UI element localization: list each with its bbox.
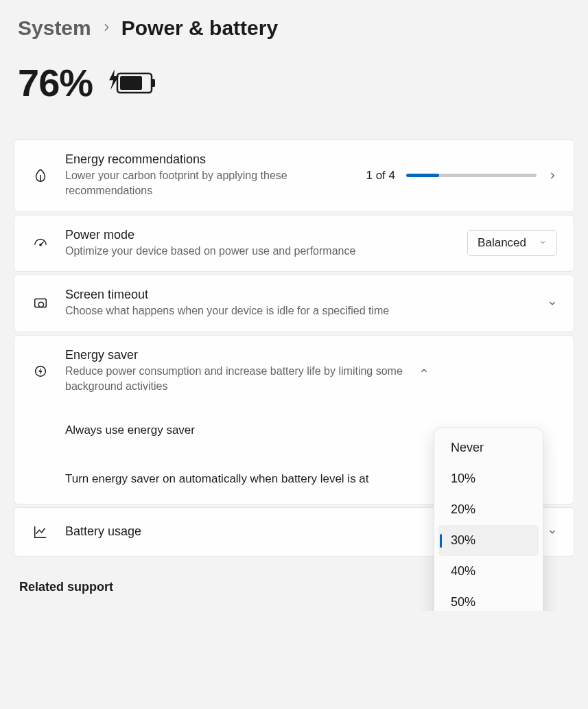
chevron-down-icon bbox=[539, 236, 547, 250]
energy-recommendations-progress bbox=[406, 174, 537, 177]
energy-saver-title: Energy saver bbox=[65, 348, 408, 362]
breadcrumb: System Power & battery bbox=[14, 16, 574, 40]
settings-cards: Energy recommendations Lower your carbon… bbox=[14, 139, 574, 557]
svg-marker-8 bbox=[38, 368, 43, 375]
flyout-option-50[interactable]: 50% bbox=[438, 587, 539, 611]
battery-charging-icon bbox=[108, 68, 157, 98]
leaf-icon bbox=[31, 168, 50, 183]
battery-percent-label: 76% bbox=[18, 60, 93, 105]
power-mode-card: Power mode Optimize your device based on… bbox=[14, 215, 574, 272]
energy-recommendations-subtitle: Lower your carbon footprint by applying … bbox=[65, 168, 355, 199]
auto-energy-saver-threshold-flyout[interactable]: Never10%20%30%40%50%Always bbox=[434, 428, 543, 611]
flyout-option-30[interactable]: 30% bbox=[438, 525, 539, 556]
power-mode-selected-label: Balanced bbox=[478, 236, 526, 250]
chevron-up-icon bbox=[419, 366, 429, 375]
screen-timeout-expander[interactable]: Screen timeout Choose what happens when … bbox=[14, 275, 574, 332]
energy-saver-expander[interactable]: Energy saver Reduce power consumption an… bbox=[14, 335, 574, 408]
screen-timeout-subtitle: Choose what happens when your device is … bbox=[65, 303, 537, 318]
breadcrumb-root-system[interactable]: System bbox=[18, 16, 91, 40]
screen-timeout-icon bbox=[31, 296, 50, 311]
auto-energy-saver-title: Turn energy saver on automatically when … bbox=[65, 472, 381, 486]
chevron-down-icon bbox=[548, 299, 557, 308]
chevron-right-icon bbox=[548, 171, 557, 181]
energy-recommendations-card[interactable]: Energy recommendations Lower your carbon… bbox=[14, 139, 574, 212]
flyout-option-10[interactable]: 10% bbox=[438, 463, 539, 494]
svg-rect-1 bbox=[152, 79, 155, 87]
energy-saver-subtitle: Reduce power consumption and increase ba… bbox=[65, 364, 408, 395]
svg-rect-7 bbox=[35, 299, 47, 307]
gauge-icon bbox=[31, 235, 50, 251]
chevron-down-icon bbox=[548, 527, 557, 537]
chevron-right-icon bbox=[101, 19, 112, 37]
battery-status-hero: 76% bbox=[18, 60, 574, 105]
flyout-option-20[interactable]: 20% bbox=[438, 494, 539, 525]
svg-point-6 bbox=[40, 244, 41, 246]
flyout-option-40[interactable]: 40% bbox=[438, 556, 539, 587]
chart-icon bbox=[31, 524, 50, 539]
flyout-option-never[interactable]: Never bbox=[438, 432, 539, 463]
energy-recommendations-progress-label: 1 of 4 bbox=[366, 169, 395, 183]
power-mode-subtitle: Optimize your device based on power use … bbox=[65, 244, 456, 259]
power-mode-title: Power mode bbox=[65, 228, 456, 242]
power-mode-select[interactable]: Balanced bbox=[467, 230, 557, 256]
energy-recommendations-title: Energy recommendations bbox=[65, 152, 355, 167]
page-title: Power & battery bbox=[121, 16, 278, 40]
svg-rect-2 bbox=[120, 76, 142, 90]
screen-timeout-title: Screen timeout bbox=[65, 288, 537, 302]
energy-saver-icon bbox=[31, 363, 50, 378]
